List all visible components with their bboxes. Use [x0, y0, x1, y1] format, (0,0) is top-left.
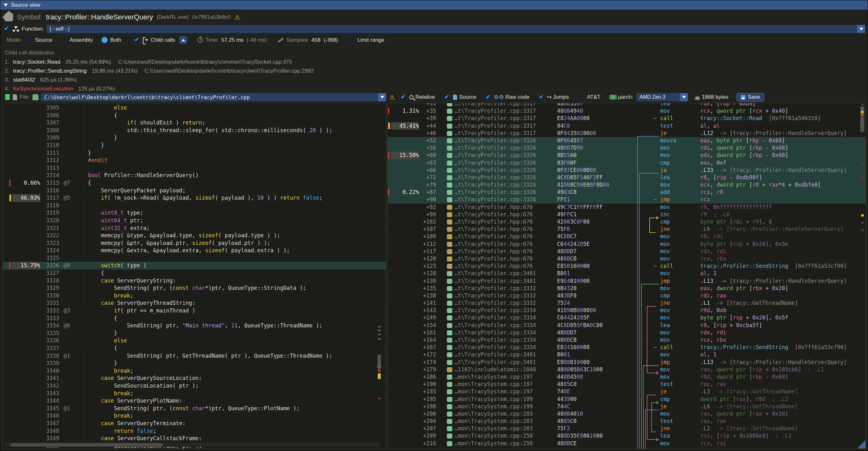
source-line-row[interactable]: 3347 case ServerQueryTerminate: [3, 420, 386, 427]
source-line-row[interactable]: 3329 SendString( ptr, (const char*)ptr, … [3, 284, 386, 292]
asm-source-location[interactable]: …t\TracyProfiler.cpp:3401 [455, 351, 536, 358]
source-line-row[interactable]: 3316 ServerQueryPacket payload; [3, 187, 386, 194]
child-calls-label[interactable]: Child calls [151, 37, 175, 43]
source-line-row[interactable]: 3311} [3, 149, 386, 157]
child-call-name[interactable]: tracy::Socket::Read [13, 59, 60, 65]
asm-row[interactable]: +107…t\TracyProfiler.hpp:67675F6jne.L0 -… [388, 226, 866, 233]
asm-source-location[interactable]: …mon\TracySystem.cpp:203 [455, 410, 533, 418]
asm-source-location[interactable]: …t\TracyProfiler.cpp:3326 [455, 152, 536, 159]
asm-source-location[interactable]: …mon\TracySystem.cpp:197 [455, 388, 533, 395]
scrollbar-marker[interactable] [378, 330, 381, 331]
scrollbar-marker[interactable] [861, 222, 864, 224]
asm-row[interactable]: +161…t\TracyProfiler.cpp:3334488BD7movrd… [388, 329, 866, 336]
radio-both-label[interactable]: Both [110, 37, 121, 43]
source-line-row[interactable]: 15.79%3326@9 switch( type ) [3, 262, 386, 269]
asm-row[interactable]: +193…mon\TracySystem.cpp:197740Eje.L3 ->… [388, 388, 866, 395]
scrollbar-marker[interactable] [861, 229, 864, 231]
source-line-row[interactable]: 3332@3 if( ptr == m_mainThread ) [3, 307, 386, 315]
asm-row[interactable]: +195…mon\TracySystem.cpp:199443900cmpdwo… [388, 396, 866, 403]
source-line-row[interactable]: 3348 return false; [3, 427, 386, 435]
radio-both[interactable] [101, 37, 108, 43]
asm-row[interactable]: 15.50%+60…t\TracyProfiler.cpp:33268B55A0… [388, 152, 866, 159]
function-checkbox[interactable] [3, 25, 10, 32]
source-line-row[interactable]: 3318 [3, 202, 386, 210]
child-calls-up-button[interactable] [179, 36, 187, 44]
asm-row[interactable]: +99…t\TracyProfiler.hpp:67649FFC1incr9 ;… [388, 211, 866, 218]
asm-row[interactable]: +52…t\TracyProfiler.cpp:33260FB64597movz… [388, 137, 866, 144]
asm-source-location[interactable]: …t\TracyProfiler.cpp:3334 [455, 344, 536, 351]
source-line-row[interactable]: 3343 break; [3, 390, 386, 397]
asm-source-location[interactable]: …mon\TracySystem.cpp:203 [455, 425, 533, 432]
uarch-select[interactable]: AMD Zen 3 [636, 93, 688, 101]
relative-label[interactable]: Relative [415, 94, 435, 100]
asm-row[interactable]: +79…t\TracyProfiler.cpp:3326418B8C80E0BF… [388, 181, 866, 188]
source-line-row[interactable]: 3306 { [3, 112, 386, 119]
source-line-row[interactable]: 3313 [3, 164, 386, 172]
source-line-row[interactable]: 3312#endif [3, 157, 386, 164]
asm-source-location[interactable]: …t\TracyProfiler.cpp:3334 [455, 322, 536, 329]
assembly-pane[interactable]: +31…t\TracyProfiler.cpp:3317488D5597lear… [388, 103, 866, 449]
raw-code-checkbox[interactable] [485, 94, 492, 101]
asm-source-location[interactable]: …t\TracyProfiler.cpp:3332 [455, 292, 536, 299]
scrollbar-marker[interactable] [378, 338, 381, 339]
asm-row[interactable]: +92…t\TracyProfiler.hpp:67649C7C1FFFFFFF… [388, 204, 866, 211]
child-call-item[interactable]: 1.tracy::Socket::Read25.25 ms (54.89%)C:… [5, 59, 292, 65]
asm-row[interactable]: 0.22%+87…t\TracyProfiler.cpp:33264903C8a… [388, 188, 866, 196]
limit-range-label[interactable]: Limit range [358, 37, 384, 43]
asm-source-location[interactable]: …t\TracyProfiler.hpp:676 [455, 211, 533, 218]
save-button[interactable]: Save [737, 93, 764, 101]
source-line-row[interactable]: 3341 case ServerQuerySourceLocation: [3, 374, 386, 382]
source-line-row[interactable]: 3346 break; [3, 412, 386, 420]
scrollbar-marker[interactable] [861, 117, 864, 118]
asm-source-location[interactable]: …t\TracyProfiler.hpp:676 [455, 226, 533, 233]
asm-row[interactable]: +135…t\TracyProfiler.cpp:33328B4320movea… [388, 285, 866, 292]
asm-row[interactable]: +207…mon\TracySystem.cpp:20375F2jne.L2 -… [388, 425, 866, 432]
scrollbar-marker[interactable] [861, 214, 864, 217]
asm-source-location[interactable]: …t\TracyProfiler.hpp:676 [455, 218, 533, 226]
chevron-down-icon[interactable] [378, 93, 386, 101]
source-label[interactable]: Source [459, 94, 476, 100]
source-line-row[interactable]: 3305 else [3, 104, 386, 112]
resize-grip[interactable] [857, 440, 865, 448]
asm-row[interactable]: +72…t\TracyProfiler.cpp:33264C8D05F146F2… [388, 174, 866, 181]
att-checkbox[interactable] [577, 94, 584, 101]
source-line-row[interactable]: 3307 if( shouldExit ) return; [3, 119, 386, 127]
asm-row[interactable]: +56…t\TracyProfiler.cpp:3326488B7D98movr… [388, 144, 866, 152]
scrollbar-marker[interactable] [860, 109, 865, 110]
radio-source[interactable] [26, 37, 33, 43]
asm-source-location[interactable]: …t\TracyProfiler.cpp:3326 [455, 188, 536, 196]
source-line-row[interactable]: 3320 uint64_t ptr; [3, 217, 386, 224]
asm-row[interactable]: +138…t\TracyProfiler.cpp:3332483BF8cmprd… [388, 292, 866, 299]
raw-code-label[interactable]: Raw code [505, 94, 530, 100]
source-line-row[interactable]: 3338@1 SendString( ptr, GetThreadName( p… [3, 352, 386, 360]
asm-source-location[interactable]: …t\TracyProfiler.cpp:3326 [455, 196, 536, 203]
asm-row[interactable]: +154…t\TracyProfiler.cpp:33344C8D055FBA0… [388, 322, 866, 329]
radio-assembly-label[interactable]: Assembly [69, 37, 93, 43]
chevron-down-icon[interactable] [680, 93, 688, 101]
asm-row[interactable]: +186…mon\TracySystem.cpp:197448B4598movr… [388, 373, 866, 381]
source-horizontal-scrollbar[interactable] [4, 443, 381, 447]
chevron-down-icon[interactable] [857, 25, 865, 33]
source-line-row[interactable]: 3335 } [3, 330, 386, 337]
asm-source-location[interactable]: …t\TracyProfiler.cpp:3317 [455, 122, 536, 130]
asm-source-location[interactable]: …t\TracyProfiler.cpp:3326 [455, 159, 536, 167]
scrollbar-thumb[interactable] [10, 443, 163, 447]
asm-source-location[interactable]: …t\TracyProfiler.cpp:3326 [455, 167, 536, 174]
asm-row[interactable]: +123…t\TracyProfiler.hpp:676E850160000←c… [388, 263, 866, 270]
asm-row[interactable]: +149…t\TracyProfiler.cpp:3334C64424205Fm… [388, 314, 866, 321]
source-line-row[interactable]: 3342 SendSourceLocation( ptr ); [3, 382, 386, 390]
asm-row[interactable]: +143…t\TracyProfiler.cpp:333441B90B00000… [388, 307, 866, 314]
source-line-row[interactable]: 3321 uint32_t extra; [3, 224, 386, 232]
asm-source-location[interactable]: …t\TracyProfiler.cpp:3326 [455, 137, 536, 144]
source-line-row[interactable]: 3334@6 SendString( ptr, "Main thread", 1… [3, 322, 386, 330]
collapse-icon[interactable] [3, 3, 8, 7]
asm-row[interactable]: +141…t\TracyProfiler.cpp:33327524jne.L1 … [388, 299, 866, 307]
asm-source-location[interactable]: …t\TracyProfiler.cpp:3317 [455, 103, 536, 107]
asm-source-location[interactable]: …t\TracyProfiler.cpp:3334 [455, 307, 536, 314]
asm-row[interactable]: +46…t\TracyProfiler.cpp:33170F8435020000… [388, 130, 866, 137]
asm-source-location[interactable]: …t\TracyProfiler.hpp:676 [455, 240, 533, 248]
child-call-item[interactable]: 2.tracy::Profiler::SendLongString19.88 m… [5, 68, 313, 74]
asm-row[interactable]: +198…mon\TracySystem.cpp:199744Cje.L6 ->… [388, 403, 866, 410]
source-line-row[interactable]: 3324 memcpy( &extra, &payload.extra, siz… [3, 247, 386, 254]
limit-range-checkbox[interactable] [348, 36, 355, 43]
